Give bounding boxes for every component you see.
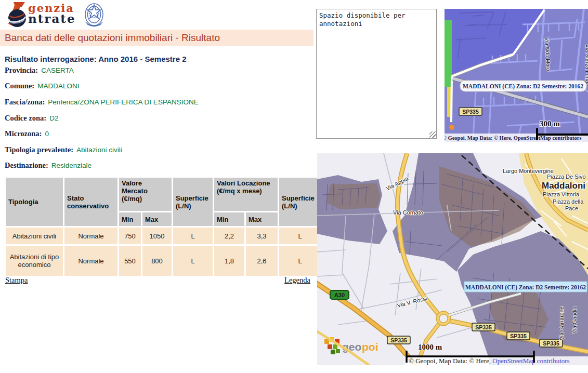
svg-text:SP335: SP335 xyxy=(510,333,527,339)
cell-vm-min: 750 xyxy=(119,228,141,244)
svg-text:Via Cornato: Via Cornato xyxy=(393,209,423,216)
col-header-superficie-2: Superficie (L/N) xyxy=(279,178,321,226)
svg-text:Piazza De Sivo: Piazza De Sivo xyxy=(547,174,586,180)
sp335-badge: SP335 xyxy=(387,336,410,344)
field-label: Codice zona: xyxy=(5,114,46,123)
annotations-textarea[interactable]: Spazio disponibile per annotazioni xyxy=(316,9,437,139)
svg-text:SP335: SP335 xyxy=(543,340,559,347)
svg-text:Piazza Vittoria: Piazza Vittoria xyxy=(543,191,580,197)
sp335-badge: SP335 xyxy=(507,332,530,340)
cell-vl-max: 3,3 xyxy=(246,228,278,244)
result-fields: Provincia: CASERTA Comune: MADDALONI Fas… xyxy=(5,62,313,174)
map-attribution: © Geopoi. Map Data: © Here. OpenStreetMa… xyxy=(445,135,582,141)
svg-text:SP335: SP335 xyxy=(475,324,492,330)
table-row: Abitazioni civili Normale 750 1050 L 2,2… xyxy=(6,228,321,244)
cell-stato: Normale xyxy=(64,228,117,244)
cell-vl-min: 2,2 xyxy=(214,228,244,244)
field-tipologia-prevalente: Tipologia prevalente: Abitazioni civili xyxy=(5,142,313,158)
field-label: Provincia: xyxy=(5,66,38,75)
svg-text:poi: poi xyxy=(362,341,378,353)
svg-text:A30: A30 xyxy=(334,292,345,298)
svg-text:Pace: Pace xyxy=(565,205,578,211)
svg-text:Via Starza Lunga: Via Starza Lunga xyxy=(584,44,588,86)
field-value: MADDALONI xyxy=(37,82,79,90)
svg-text:Maddaloni: Maddaloni xyxy=(542,181,585,191)
col-header-valore-mercato: Valore Mercato (€/mq) xyxy=(119,178,172,211)
col-header-min-1: Min xyxy=(119,212,141,226)
svg-text:Piazza della: Piazza della xyxy=(553,198,584,205)
osm-contributors-link: OpenStreetMap contributors xyxy=(492,357,569,365)
svg-text:SP335: SP335 xyxy=(390,337,407,343)
field-value: CASERTA xyxy=(41,66,74,74)
page-title-bar: Banca dati delle quotazioni immobiliari … xyxy=(0,30,313,46)
cell-tipologia: Abitazioni di tipo economico xyxy=(6,246,63,276)
cell-stato: Normale xyxy=(64,246,117,276)
cell-superficie-2: L xyxy=(279,228,321,244)
svg-text:MADDALONI (CE) Zona: D2 Semest: MADDALONI (CE) Zona: D2 Semestre: 20162 xyxy=(465,284,586,291)
cell-vm-min: 550 xyxy=(119,246,141,276)
zone-tooltip: MADDALONI (CE) Zona: D2 Semestre: 20162 xyxy=(460,81,586,91)
stampa-link[interactable]: Stampa xyxy=(5,276,28,285)
field-label: Tipologia prevalente: xyxy=(5,145,73,154)
sp335-badge: SP335 xyxy=(472,323,495,331)
field-codice-zona: Codice zona: D2 xyxy=(5,110,313,126)
map-attribution: © Geopoi, Map Data: © Here, OpenStreetMa… xyxy=(409,357,570,365)
col-header-valori-locazione: Valori Locazione (€/mq x mese) xyxy=(214,178,278,211)
italian-republic-emblem-icon xyxy=(81,2,108,28)
svg-text:Via Carrarone: Via Carrarone xyxy=(558,307,565,340)
legenda-link[interactable]: Legenda xyxy=(284,276,310,285)
field-value: D2 xyxy=(49,114,58,122)
street-label-via-starza-lunga: Via Starza Lunga xyxy=(584,44,588,86)
agenzia-entrate-logo: genzia ntrate xyxy=(6,1,110,28)
agenzia-entrate-logo-mark xyxy=(6,2,30,28)
zone-tooltip: MADDALONI (CE) Zona: D2 Semestre: 20162 xyxy=(464,282,587,292)
svg-text:Via Gaudio: Via Gaudio xyxy=(571,307,578,334)
col-header-max-1: Max xyxy=(142,212,172,226)
svg-text:geo: geo xyxy=(342,341,361,353)
field-comune: Comune: MADDALONI xyxy=(5,78,313,95)
field-value: Periferica/ZONA PERIFERICA DI ESPANSIONE xyxy=(48,98,198,106)
col-header-stato: Stato conservativo xyxy=(64,178,117,226)
page-title: Banca dati delle quotazioni immobiliari … xyxy=(5,32,220,44)
field-label: Destinazione: xyxy=(5,161,48,170)
svg-text:MADDALONI (CE) Zona: D2 Semest: MADDALONI (CE) Zona: D2 Semestre: 20162 xyxy=(463,83,583,90)
zone-detail-map[interactable]: geo poi A30 SP335 SP335 SP335 SP335 xyxy=(317,153,588,365)
logo-text-line2: ntrate xyxy=(28,12,76,24)
cell-vl-min: 1,8 xyxy=(214,246,244,276)
cell-vl-max: 2,6 xyxy=(246,246,278,276)
field-fascia-zona: Fascia/zona: Periferica/ZONA PERIFERICA … xyxy=(5,94,313,110)
col-header-tipologia: Tipologia xyxy=(6,178,63,226)
links-row: Stampa Legenda xyxy=(5,276,310,285)
svg-text:SP335: SP335 xyxy=(462,109,479,115)
col-header-superficie-1: Superficie (L/N) xyxy=(173,178,213,226)
cell-vm-max: 1050 xyxy=(142,228,172,244)
field-value: 0 xyxy=(45,130,49,138)
col-header-min-2: Min xyxy=(214,212,244,226)
col-header-max-2: Max xyxy=(246,212,278,226)
cell-superficie-1: L xyxy=(173,246,213,276)
table-row: Abitazioni di tipo economico Normale 550… xyxy=(6,246,321,276)
field-label: Microzona: xyxy=(5,129,42,138)
cell-superficie-2: L xyxy=(279,246,321,276)
cell-vm-max: 800 xyxy=(142,246,172,276)
zone-overview-map[interactable]: Via Aldo Moro Via Starza Lunga SP335 MAD… xyxy=(445,9,588,142)
sp335-badge: SP335 xyxy=(459,108,482,115)
field-value: Residenziale xyxy=(51,162,92,169)
cell-superficie-1: L xyxy=(173,228,213,244)
a30-badge: A30 xyxy=(330,290,349,299)
quotations-table: Tipologia Stato conservativo Valore Merc… xyxy=(4,176,322,277)
field-value: Abitazioni civili xyxy=(76,146,122,154)
field-provincia: Provincia: CASERTA xyxy=(5,62,313,78)
cell-tipologia: Abitazioni civili xyxy=(6,228,63,244)
scale-label: 1000 m xyxy=(418,343,442,351)
scale-label: 300 m xyxy=(540,119,560,128)
svg-text:Largo Montevergine: Largo Montevergine xyxy=(503,168,554,174)
field-destinazione: Destinazione: Residenziale xyxy=(5,158,313,174)
field-microzona: Microzona: 0 xyxy=(5,126,313,142)
park-strip xyxy=(445,20,452,87)
field-label: Comune: xyxy=(5,82,34,90)
field-label: Fascia/zona: xyxy=(5,98,45,106)
